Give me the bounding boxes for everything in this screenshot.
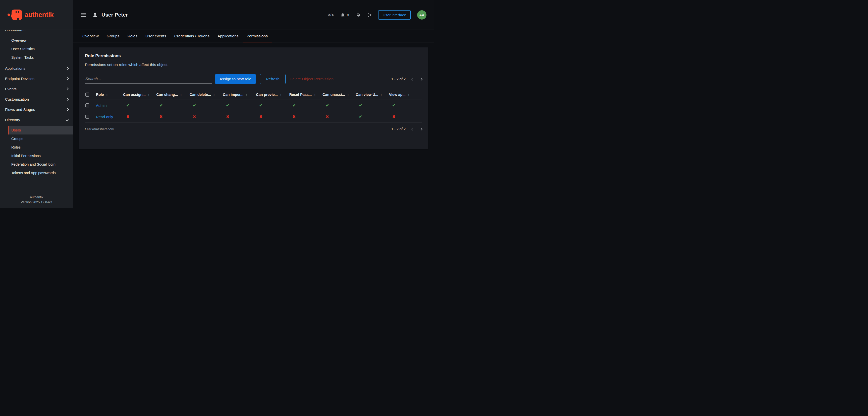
role-permissions-card: Role Permissions Permissions set on role… bbox=[79, 47, 428, 149]
tab-roles[interactable]: Roles bbox=[123, 30, 142, 42]
search-input[interactable] bbox=[85, 74, 212, 83]
column-header: Can view U...↕ bbox=[355, 93, 389, 97]
directory-sub-list: Users Groups Roles Initial Permissions F… bbox=[8, 126, 73, 177]
nav-group-dashboards[interactable]: Dashboards bbox=[0, 30, 73, 33]
role-link-read-only[interactable]: Read-only bbox=[96, 115, 123, 119]
app-window: authentik Dashboards Overview User Stati… bbox=[0, 0, 434, 208]
table-header-row: Role↕ Can assign...↕ Can chang...↕ Can d… bbox=[85, 90, 422, 100]
avatar[interactable]: AA bbox=[417, 10, 427, 20]
column-header: Can chang...↕ bbox=[156, 93, 189, 97]
sidebar-item-initial-permissions[interactable]: Initial Permissions bbox=[8, 151, 73, 160]
table-footer: Last refreshed now 1 - 2 of 2 bbox=[85, 127, 422, 131]
tab-user-events[interactable]: User events bbox=[142, 30, 170, 42]
notifications-button[interactable]: 0 bbox=[341, 12, 349, 17]
row-checkbox[interactable] bbox=[85, 103, 89, 107]
sidebar-item-system-tasks[interactable]: System Tasks bbox=[8, 53, 73, 62]
permission-granted-icon: ✔ bbox=[289, 103, 322, 108]
permission-denied-icon: ✖ bbox=[322, 114, 355, 119]
permission-denied-icon: ✖ bbox=[289, 114, 322, 119]
refresh-button[interactable]: Refresh bbox=[260, 74, 285, 84]
sign-out-icon[interactable] bbox=[367, 12, 372, 17]
permission-denied-icon: ✖ bbox=[223, 114, 256, 119]
permission-granted-icon: ✔ bbox=[355, 114, 389, 119]
page-title: User Peter bbox=[101, 12, 128, 18]
sidebar-item-roles[interactable]: Roles bbox=[8, 143, 73, 151]
tab-groups[interactable]: Groups bbox=[103, 30, 124, 42]
gear-icon[interactable] bbox=[355, 12, 361, 17]
sort-icon[interactable]: ↕ bbox=[280, 93, 282, 97]
sort-icon[interactable]: ↕ bbox=[347, 93, 349, 97]
column-header: Can delete...↕ bbox=[190, 93, 223, 97]
sort-icon[interactable]: ↕ bbox=[408, 93, 409, 97]
sidebar-item-customization[interactable]: Customization bbox=[0, 94, 73, 104]
sort-icon[interactable]: ↕ bbox=[180, 93, 182, 97]
authentik-logo[interactable]: authentik bbox=[0, 0, 73, 30]
tab-permissions[interactable]: Permissions bbox=[243, 30, 272, 42]
assign-to-new-role-button[interactable]: Assign to new role bbox=[215, 74, 256, 84]
sort-icon[interactable]: ↕ bbox=[213, 93, 215, 97]
chevron-right-icon bbox=[66, 67, 69, 70]
sort-icon[interactable]: ↕ bbox=[246, 93, 247, 97]
sidebar-item-groups[interactable]: Groups bbox=[8, 135, 73, 143]
chevron-right-icon bbox=[66, 87, 69, 91]
pagination-next-icon[interactable] bbox=[420, 128, 423, 131]
select-all-checkbox[interactable] bbox=[85, 93, 89, 97]
sort-icon[interactable]: ↕ bbox=[148, 93, 149, 97]
user-icon bbox=[92, 12, 98, 18]
sidebar-item-endpoint-devices[interactable]: Endpoint Devices bbox=[0, 73, 73, 84]
chevron-right-icon bbox=[66, 108, 69, 111]
column-header: Can unassi...↕ bbox=[322, 93, 355, 97]
pagination-prev-icon[interactable] bbox=[411, 77, 414, 81]
sidebar-item-directory[interactable]: Directory bbox=[0, 115, 73, 125]
menu-icon[interactable] bbox=[81, 13, 86, 17]
sidebar-nav: Dashboards Overview User Statistics Syst… bbox=[0, 30, 73, 192]
api-code-icon[interactable]: </> bbox=[328, 13, 334, 17]
user-interface-button[interactable]: User interface bbox=[378, 10, 411, 20]
sidebar-footer: authentik Version 2025.12.0-rc1 bbox=[0, 192, 73, 208]
tab-credentials-tokens[interactable]: Credentials / Tokens bbox=[170, 30, 214, 42]
table-toolbar: Assign to new role Refresh Delete Object… bbox=[85, 74, 422, 84]
card-description: Permissions set on roles which affect th… bbox=[85, 63, 422, 67]
sidebar-item-users[interactable]: Users bbox=[8, 126, 73, 135]
delete-object-permission-button[interactable]: Delete Object Permission bbox=[289, 77, 334, 81]
permission-granted-icon: ✔ bbox=[322, 103, 355, 108]
pagination-label: 1 - 2 of 2 bbox=[391, 127, 406, 131]
pagination-bottom: 1 - 2 of 2 bbox=[391, 127, 422, 131]
tab-overview[interactable]: Overview bbox=[79, 30, 103, 42]
sidebar-footer-app-name: authentik bbox=[0, 195, 73, 200]
pagination-prev-icon[interactable] bbox=[411, 128, 414, 131]
permission-granted-icon: ✔ bbox=[355, 103, 389, 108]
row-checkbox[interactable] bbox=[85, 115, 89, 119]
sort-icon[interactable]: ↕ bbox=[314, 93, 316, 97]
permission-granted-icon: ✔ bbox=[223, 103, 256, 108]
column-header: Reset Pass...↕ bbox=[289, 93, 322, 97]
sidebar-item-tokens-app-passwords[interactable]: Tokens and App passwords bbox=[8, 169, 73, 177]
tab-applications[interactable]: Applications bbox=[214, 30, 243, 42]
table-row: Admin ✔✔✔✔✔✔✔✔✔ bbox=[85, 100, 422, 111]
last-refreshed-label: Last refreshed now bbox=[85, 127, 114, 131]
permission-denied-icon: ✖ bbox=[123, 114, 156, 119]
role-link-admin[interactable]: Admin bbox=[96, 103, 123, 108]
pagination-next-icon[interactable] bbox=[420, 77, 423, 81]
sidebar-item-user-statistics[interactable]: User Statistics bbox=[8, 45, 73, 53]
sidebar-item-overview[interactable]: Overview bbox=[8, 36, 73, 45]
sidebar-item-federation-social-login[interactable]: Federation and Social login bbox=[8, 160, 73, 169]
table-row: Read-only ✖✖✖✖✖✖✖✔✖ bbox=[85, 111, 422, 123]
permission-denied-icon: ✖ bbox=[389, 114, 422, 119]
sort-icon[interactable]: ↕ bbox=[380, 93, 382, 97]
permission-denied-icon: ✖ bbox=[256, 114, 289, 119]
card-title: Role Permissions bbox=[85, 54, 422, 59]
column-header: View ap...↕ bbox=[389, 93, 422, 97]
permission-denied-icon: ✖ bbox=[156, 114, 189, 119]
sidebar-item-flows-and-stages[interactable]: Flows and Stages bbox=[0, 104, 73, 115]
chevron-right-icon bbox=[66, 98, 69, 101]
sidebar-item-applications[interactable]: Applications bbox=[0, 63, 73, 73]
permissions-table: Role↕ Can assign...↕ Can chang...↕ Can d… bbox=[85, 90, 422, 123]
column-header-role: Role↕ bbox=[96, 93, 123, 97]
pagination-top: 1 - 2 of 2 bbox=[391, 77, 422, 81]
authentik-wordmark: authentik bbox=[25, 11, 54, 19]
sidebar-footer-version: Version 2025.12.0-rc1 bbox=[0, 200, 73, 205]
sort-icon[interactable]: ↕ bbox=[106, 93, 108, 97]
sidebar-item-events[interactable]: Events bbox=[0, 84, 73, 94]
pagination-label: 1 - 2 of 2 bbox=[391, 77, 406, 81]
